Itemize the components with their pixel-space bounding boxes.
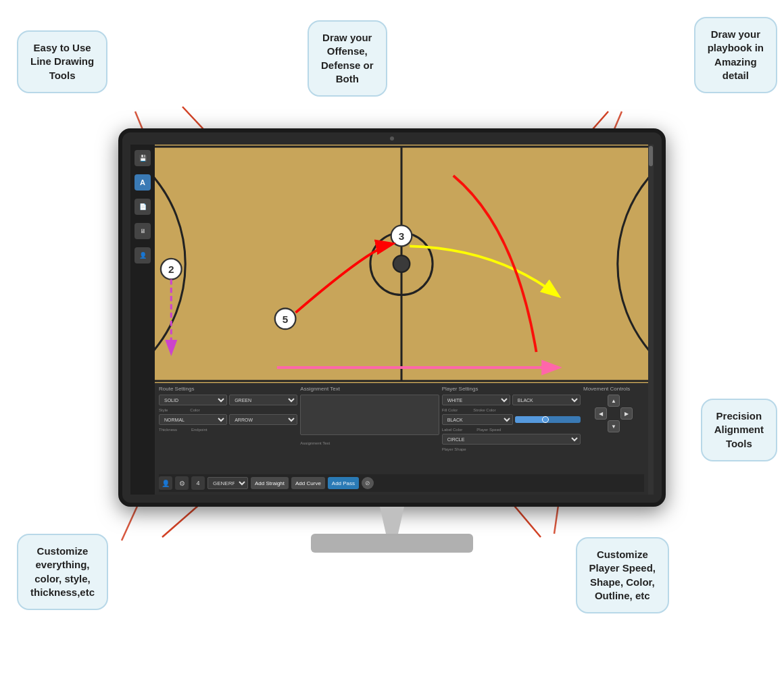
svg-text:5: 5 (283, 313, 289, 325)
color-label: Color (190, 408, 199, 412)
shape-label: Player Shape (442, 447, 466, 451)
panel-sections: Route Settings SOLIDDASHED GREENREDBLUE (159, 386, 644, 474)
assignment-text-box[interactable] (300, 395, 439, 435)
route-settings-title: Route Settings (159, 386, 297, 392)
endpoint-select[interactable]: ARROWNONE (229, 414, 297, 425)
basketball-court: 2 3 5 (155, 145, 648, 383)
add-pass-button[interactable]: Add Pass (328, 477, 359, 489)
player-shape-row: CIRCLESQUARETRIANGLE (442, 434, 581, 445)
dpad-center (608, 407, 620, 420)
movement-controls-title: Movement Controls (583, 386, 644, 392)
player-label-row: BLACKWHITE (442, 414, 581, 425)
svg-point-20 (393, 255, 410, 272)
monitor-camera (390, 136, 394, 141)
callout-precision-alignment: Precision Alignment Tools (701, 399, 777, 461)
add-straight-button[interactable]: Add Straight (251, 477, 289, 489)
label-color-label: Label Color (442, 428, 463, 432)
monitor-screen-outer: 💾 A 📄 🖥 👤 (118, 128, 666, 507)
svg-text:2: 2 (168, 263, 174, 275)
callout-easy-tools: Easy to Use Line Drawing Tools (17, 30, 107, 93)
toolbar-settings-icon[interactable]: ⚙ (175, 476, 189, 490)
monitor-screen: 💾 A 📄 🖥 👤 (130, 145, 654, 495)
route-labels-row: Style Color (159, 407, 297, 412)
dpad-down[interactable]: ▼ (608, 420, 620, 432)
assignment-label: Assignment Text (300, 441, 330, 445)
dpad-left[interactable]: ◀ (595, 407, 607, 420)
callout-offense-defense: Draw your Offense, Defense or Both (308, 20, 387, 97)
player-settings-section: Player Settings WHITEBLACKRED BLACKWHITE… (442, 386, 581, 474)
svg-text:3: 3 (399, 230, 405, 242)
sidebar-icon-text[interactable]: A (134, 174, 151, 191)
toolbar-number-4[interactable]: 4 (191, 476, 205, 490)
thickness-label: Thickness (159, 428, 177, 432)
scrollbar-thumb (649, 146, 653, 166)
shape-label-row: Player Shape (442, 447, 581, 451)
callout-draw-playbook: Draw your playbook in Amazing detail (694, 17, 777, 93)
sidebar-icon-display[interactable]: 🖥 (134, 223, 151, 239)
court-svg: 2 3 5 (155, 145, 648, 383)
player-fill-row: WHITEBLACKRED BLACKWHITERED (442, 395, 581, 405)
shape-select[interactable]: CIRCLESQUARETRIANGLE (442, 434, 581, 445)
sidebar-icon-save[interactable]: 💾 (134, 150, 151, 166)
sidebar: 💾 A 📄 🖥 👤 (130, 145, 155, 495)
thickness-labels-row: Thickness Endpoint (159, 427, 297, 432)
bottom-panel: Route Settings SOLIDDASHED GREENREDBLUE (155, 383, 648, 495)
route-color-select[interactable]: GREENREDBLUE (229, 395, 297, 405)
cancel-button[interactable]: ⊘ (362, 477, 374, 489)
add-curve-button[interactable]: Add Curve (291, 477, 325, 489)
route-style-row: SOLIDDASHED GREENREDBLUE (159, 395, 297, 405)
stroke-color-select[interactable]: BLACKWHITERED (512, 395, 581, 405)
style-label: Style (159, 408, 168, 412)
stroke-label: Stroke Color (473, 408, 495, 412)
label-speed-labels-row: Label Color Player Speed (442, 427, 581, 432)
endpoint-label: Endpoint (191, 428, 207, 432)
directional-pad: ▲ ◀ ▶ ▼ (595, 395, 633, 432)
player-settings-title: Player Settings (442, 386, 581, 392)
main-content: 2 3 5 (155, 145, 648, 495)
dpad-up[interactable]: ▲ (608, 395, 620, 407)
route-thickness-row: NORMALTHICKTHIN ARROWNONE (159, 414, 297, 425)
fill-label: Fill Color (442, 408, 458, 412)
assignment-text-title: Assignment Text (300, 386, 439, 392)
dpad-right[interactable]: ▶ (620, 407, 633, 420)
callout-customize-everything: Customize everything, color, style, thic… (17, 534, 108, 610)
toolbar-type-select[interactable]: GENERF (207, 477, 248, 489)
route-style-select[interactable]: SOLIDDASHED (159, 395, 227, 405)
callout-customize-player: Customize Player Speed, Shape, Color, Ou… (576, 537, 669, 613)
scrollbar[interactable] (648, 145, 654, 495)
bottom-toolbar: 👤 ⚙ 4 GENERF Add Straight Add Curve Add … (159, 474, 644, 492)
speed-label: Player Speed (476, 428, 501, 432)
fill-color-select[interactable]: WHITEBLACKRED (442, 395, 510, 405)
toolbar-user-icon[interactable]: 👤 (159, 476, 172, 490)
assignment-text-section: Assignment Text Assignment Text (300, 386, 439, 474)
sidebar-icon-user[interactable]: 👤 (134, 247, 151, 263)
monitor-stand-base (311, 534, 473, 553)
thickness-select[interactable]: NORMALTHICKTHIN (159, 414, 227, 425)
label-color-select[interactable]: BLACKWHITE (442, 414, 513, 425)
movement-controls-section: Movement Controls ▲ ◀ ▶ (583, 386, 644, 474)
route-settings-section: Route Settings SOLIDDASHED GREENREDBLUE (159, 386, 297, 474)
monitor-stand-neck (372, 507, 412, 534)
monitor: 💾 A 📄 🖥 👤 (118, 128, 666, 547)
sidebar-icon-doc[interactable]: 📄 (134, 199, 151, 215)
dpad: ▲ ◀ ▶ ▼ (583, 395, 644, 432)
player-fill-labels-row: Fill Color Stroke Color (442, 407, 581, 412)
